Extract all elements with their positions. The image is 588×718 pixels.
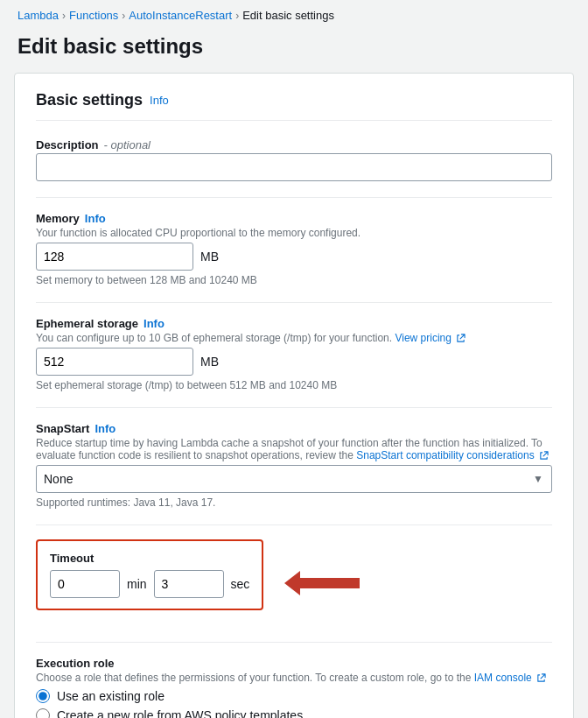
radio-new-role-label: Create a new role from AWS policy templa… — [57, 708, 303, 718]
breadcrumb-sep-1: › — [62, 10, 66, 22]
divider-5 — [36, 642, 552, 643]
view-pricing-link[interactable]: View pricing — [395, 332, 451, 344]
section-header: Basic settings Info — [36, 91, 552, 121]
arrow-icon — [284, 562, 363, 604]
snapstart-compatibility-link[interactable]: SnapStart compatibility considerations — [356, 449, 534, 461]
breadcrumb-sep-3: › — [235, 10, 239, 22]
main-content-card: Basic settings Info Description - option… — [14, 73, 574, 718]
external-link-icon — [456, 334, 466, 343]
ephemeral-storage-hint: You can configure up to 10 GB of ephemer… — [36, 332, 552, 344]
memory-info-link[interactable]: Info — [85, 212, 106, 225]
svg-marker-0 — [284, 571, 300, 595]
ephemeral-storage-info-link[interactable]: Info — [144, 317, 164, 330]
radio-existing-role[interactable]: Use an existing role — [36, 689, 552, 703]
memory-hint: Your function is allocated CPU proportio… — [36, 227, 552, 239]
divider-3 — [36, 407, 552, 408]
basic-settings-info-link[interactable]: Info — [150, 94, 169, 107]
radio-new-role[interactable]: Create a new role from AWS policy templa… — [36, 708, 552, 718]
snapstart-info-link[interactable]: Info — [94, 422, 116, 435]
execution-role-radio-group: Use an existing role Create a new role f… — [36, 689, 552, 718]
memory-field-group: Memory Info Your function is allocated C… — [36, 212, 552, 286]
timeout-row: Timeout min sec — [36, 539, 552, 626]
breadcrumb-function-name[interactable]: AutoInstanceRestart — [129, 9, 232, 22]
execution-role-label: Execution role — [36, 657, 552, 670]
snapstart-label: SnapStart Info — [36, 422, 552, 435]
ephemeral-storage-input-row: MB — [36, 348, 552, 376]
description-label: Description - optional — [36, 138, 552, 151]
timeout-section: Timeout min sec — [36, 539, 263, 610]
radio-existing-role-input[interactable] — [36, 689, 50, 703]
memory-below-hint: Set memory to between 128 MB and 10240 M… — [36, 274, 552, 286]
radio-new-role-input[interactable] — [36, 708, 50, 718]
divider-1 — [36, 197, 552, 198]
breadcrumb-functions[interactable]: Functions — [69, 9, 118, 22]
snapstart-external-link-icon — [539, 451, 549, 461]
ephemeral-storage-input[interactable] — [36, 348, 193, 376]
ephemeral-storage-unit: MB — [200, 355, 219, 369]
timeout-sec-unit: sec — [231, 577, 250, 591]
iam-console-link[interactable]: IAM console — [474, 672, 532, 684]
breadcrumb-current: Edit basic settings — [242, 9, 334, 22]
timeout-label: Timeout — [50, 552, 249, 565]
breadcrumb-sep-2: › — [122, 10, 125, 22]
page-title: Edit basic settings — [0, 27, 588, 73]
snapstart-field-group: SnapStart Info Reduce startup time by ha… — [36, 422, 552, 509]
svg-rect-1 — [300, 578, 360, 588]
iam-external-link-icon — [536, 673, 546, 683]
breadcrumb-lambda[interactable]: Lambda — [18, 9, 59, 22]
memory-label: Memory Info — [36, 212, 552, 225]
timeout-sec-input[interactable] — [154, 570, 224, 598]
memory-input-row: MB — [36, 243, 552, 271]
ephemeral-storage-field-group: Ephemeral storage Info You can configure… — [36, 317, 552, 391]
execution-role-field-group: Execution role Choose a role that define… — [36, 657, 552, 718]
ephemeral-storage-label: Ephemeral storage Info — [36, 317, 552, 330]
snapstart-hint: Reduce startup time by having Lambda cac… — [36, 437, 552, 461]
timeout-min-input[interactable] — [50, 570, 120, 598]
description-input[interactable] — [36, 153, 552, 181]
ephemeral-storage-below-hint: Set ephemeral storage (/tmp) to between … — [36, 379, 552, 391]
description-optional: - optional — [104, 138, 150, 151]
description-field-group: Description - optional — [36, 138, 552, 181]
snapstart-select[interactable]: None PublishedVersions — [36, 465, 552, 493]
radio-existing-role-label: Use an existing role — [57, 689, 164, 703]
timeout-min-unit: min — [127, 577, 147, 591]
snapstart-select-wrapper: None PublishedVersions ▼ — [36, 465, 552, 493]
breadcrumb: Lambda › Functions › AutoInstanceRestart… — [0, 0, 588, 27]
memory-input[interactable] — [36, 243, 193, 271]
section-title: Basic settings — [36, 91, 143, 109]
timeout-inputs: min sec — [50, 570, 249, 598]
snapstart-supported-runtimes: Supported runtimes: Java 11, Java 17. — [36, 496, 552, 509]
execution-role-hint: Choose a role that defines the permissio… — [36, 672, 552, 684]
divider-4 — [36, 524, 552, 525]
arrow-annotation — [284, 562, 363, 604]
memory-unit: MB — [200, 250, 219, 264]
divider-2 — [36, 302, 552, 303]
